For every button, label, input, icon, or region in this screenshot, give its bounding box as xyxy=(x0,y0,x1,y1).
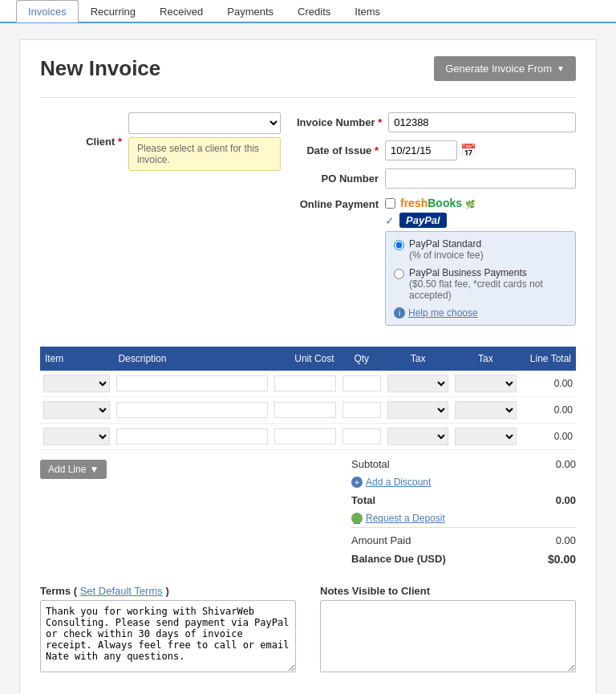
date-of-issue-input[interactable] xyxy=(385,140,457,160)
page-header: New Invoice Generate Invoice From ▼ xyxy=(40,56,576,81)
add-line-label: Add Line xyxy=(48,464,86,475)
unit-cost-input-2[interactable] xyxy=(274,402,335,418)
page-title: New Invoice xyxy=(40,56,160,81)
client-tooltip: Please select a client for this invoice. xyxy=(128,137,281,171)
add-line-button[interactable]: Add Line ▼ xyxy=(40,460,107,479)
qty-input-1[interactable] xyxy=(342,375,381,392)
col-description: Description xyxy=(113,347,271,371)
paypal-standard-option: PayPal Standard (% of invoice fee) xyxy=(394,238,567,261)
paypal-standard-radio[interactable] xyxy=(394,240,404,250)
item-select-3[interactable] xyxy=(43,428,110,445)
total-value: 0.00 xyxy=(556,494,576,506)
tab-credits[interactable]: Credits xyxy=(286,0,342,22)
amount-paid-label: Amount Paid xyxy=(351,534,411,546)
col-qty: Qty xyxy=(339,347,384,371)
line-total-1: 0.00 xyxy=(520,371,576,397)
generate-btn-label: Generate Invoice From xyxy=(445,63,552,75)
po-number-input[interactable] xyxy=(385,168,576,189)
total-label: Total xyxy=(351,494,375,506)
freshbooks-checkbox[interactable] xyxy=(385,198,395,209)
discount-row: + Add a Discount xyxy=(351,473,576,491)
terms-notes-section: Terms ( Set Default Terms ) Thank you fo… xyxy=(40,585,576,675)
date-of-issue-label: Date of Issue * xyxy=(297,144,385,156)
tax1-select-2[interactable] xyxy=(387,401,448,419)
paypal-business-radio[interactable] xyxy=(394,269,404,279)
amount-paid-value: 0.00 xyxy=(556,534,576,546)
invoice-number-value xyxy=(388,112,576,132)
tax2-select-1[interactable] xyxy=(455,375,516,392)
tab-received[interactable]: Received xyxy=(148,0,215,22)
tax1-select-3[interactable] xyxy=(387,428,448,445)
client-select[interactable] xyxy=(128,112,281,134)
item-select-1[interactable] xyxy=(43,375,110,392)
balance-due-value: $0.00 xyxy=(548,553,576,566)
paypal-logo: PayPal xyxy=(399,213,447,228)
freshbooks-option-row: freshBooks 🌿 xyxy=(385,197,576,209)
po-number-label: PO Number xyxy=(297,172,385,185)
balance-due-row: Balance Due (USD) $0.00 xyxy=(351,550,576,569)
tax2-select-2[interactable] xyxy=(455,401,516,419)
tab-items[interactable]: Items xyxy=(342,0,392,22)
col-item: Item xyxy=(40,347,113,371)
chevron-down-icon: ▼ xyxy=(557,64,565,73)
notes-label: Notes Visible to Client xyxy=(320,585,576,597)
qty-input-2[interactable] xyxy=(342,402,381,418)
terms-textarea[interactable]: Thank you for working with ShivarWeb Con… xyxy=(40,600,296,672)
right-column: Invoice Number * Date of Issue * 📅 xyxy=(297,112,576,334)
generate-invoice-button[interactable]: Generate Invoice From ▼ xyxy=(434,56,576,81)
deposit-icon: + xyxy=(351,513,363,524)
subtotal-value: 0.00 xyxy=(556,458,576,470)
tab-invoices[interactable]: Invoices xyxy=(16,0,79,22)
po-number-row: PO Number xyxy=(297,168,576,189)
required-marker: * xyxy=(118,136,122,148)
main-container: New Invoice Generate Invoice From ▼ Clie… xyxy=(19,39,597,694)
plus-icon: + xyxy=(351,477,363,488)
tax2-select-3[interactable] xyxy=(455,428,516,445)
online-payment-row: Online Payment freshBooks 🌿 ✓ PayPal xyxy=(297,197,576,326)
po-number-value xyxy=(385,168,576,189)
tax1-select-1[interactable] xyxy=(387,375,448,392)
set-default-terms-link[interactable]: Set Default Terms xyxy=(80,585,163,597)
description-input-2[interactable] xyxy=(116,402,268,418)
request-deposit-link[interactable]: + Request a Deposit xyxy=(351,513,576,524)
paypal-business-text: PayPal Business Payments ($0.50 flat fee… xyxy=(409,267,567,301)
paypal-standard-text: PayPal Standard (% of invoice fee) xyxy=(409,238,484,261)
table-row: 0.00 xyxy=(40,371,576,397)
add-line-chevron-icon: ▼ xyxy=(89,464,99,475)
calendar-icon[interactable]: 📅 xyxy=(460,143,476,158)
paypal-business-option: PayPal Business Payments ($0.50 flat fee… xyxy=(394,267,567,301)
items-table: Item Description Unit Cost Qty Tax Tax L… xyxy=(40,347,576,450)
date-of-issue-value: 📅 xyxy=(385,140,576,160)
help-choose-link[interactable]: i Help me choose xyxy=(394,307,567,319)
totals-divider xyxy=(351,527,576,528)
paypal-option-row: ✓ PayPal xyxy=(385,213,576,228)
notes-textarea[interactable] xyxy=(320,600,576,672)
balance-due-label: Balance Due (USD) xyxy=(351,553,446,566)
left-column: Client * Please select a client for this… xyxy=(40,112,281,334)
tab-recurring[interactable]: Recurring xyxy=(79,0,148,22)
online-payment-label: Online Payment xyxy=(297,197,385,210)
item-select-2[interactable] xyxy=(43,401,110,419)
terms-column: Terms ( Set Default Terms ) Thank you fo… xyxy=(40,585,296,675)
header-divider xyxy=(40,97,576,98)
info-icon: i xyxy=(394,307,405,319)
tab-payments[interactable]: Payments xyxy=(215,0,286,22)
description-input-1[interactable] xyxy=(116,375,268,392)
description-input-3[interactable] xyxy=(116,428,268,444)
terms-label: Terms ( Set Default Terms ) xyxy=(40,585,296,597)
unit-cost-input-1[interactable] xyxy=(274,375,335,392)
unit-cost-input-3[interactable] xyxy=(274,428,335,444)
subtotal-label: Subtotal xyxy=(351,458,390,470)
client-field-row: Client * Please select a client for this… xyxy=(40,112,281,171)
col-tax2: Tax xyxy=(452,347,519,371)
invoice-number-input[interactable] xyxy=(388,112,576,132)
qty-input-3[interactable] xyxy=(342,428,381,444)
notes-column: Notes Visible to Client xyxy=(320,585,576,675)
bottom-section: Add Line ▼ Subtotal 0.00 + Add a Discoun… xyxy=(40,455,576,569)
freshbooks-logo: freshBooks 🌿 xyxy=(400,197,475,209)
nav-bar: Invoices Recurring Received Payments Cre… xyxy=(0,0,616,23)
form-section: Client * Please select a client for this… xyxy=(40,112,576,334)
date-row: 📅 xyxy=(385,140,576,160)
col-line-total: Line Total xyxy=(520,347,576,371)
add-discount-link[interactable]: + Add a Discount xyxy=(351,477,431,488)
